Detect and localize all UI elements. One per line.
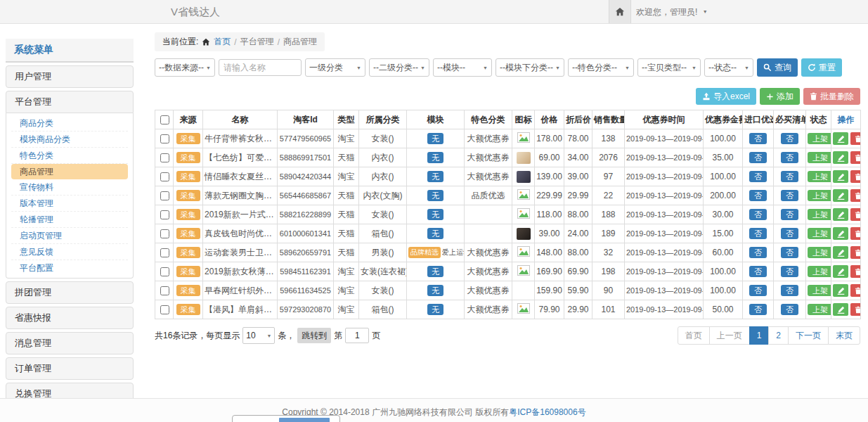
edit-button[interactable] <box>833 265 848 278</box>
status-button[interactable]: 上架 <box>808 266 831 277</box>
sidebar-item[interactable]: 启动页管理 <box>11 228 128 244</box>
feature-select[interactable]: --特色分类--▼ <box>568 58 634 77</box>
sidebar-item[interactable]: 版本管理 <box>11 196 128 212</box>
delete-button[interactable] <box>850 227 861 240</box>
data-source-select[interactable]: --数据来源--▼ <box>155 58 215 77</box>
breadcrumb-home-link[interactable]: 首页 <box>214 36 231 48</box>
sidebar-section-4[interactable]: 省惠快报 <box>6 307 134 329</box>
import-select-toggle[interactable]: 否 <box>749 209 767 220</box>
select-all-checkbox[interactable] <box>160 115 169 124</box>
import-select-toggle[interactable]: 否 <box>749 133 767 144</box>
edit-button[interactable] <box>833 246 848 259</box>
jump-button[interactable]: 跳转到 <box>297 328 331 343</box>
import-select-toggle[interactable]: 否 <box>749 152 767 163</box>
sidebar-section-6[interactable]: 订单管理 <box>6 357 134 380</box>
sidebar-section-1[interactable]: 用户管理 <box>6 65 134 88</box>
page-button-上一页[interactable]: 上一页 <box>709 326 750 345</box>
status-select[interactable]: --状态--▼ <box>704 58 753 77</box>
import-select-toggle[interactable]: 否 <box>749 228 767 239</box>
page-size-select[interactable]: 10 ▼ <box>242 327 275 344</box>
reset-button[interactable]: 重置 <box>801 58 842 77</box>
sidebar-item[interactable]: 模块商品分类 <box>11 132 128 148</box>
query-button[interactable]: 查询 <box>757 58 798 77</box>
home-button[interactable] <box>609 0 631 23</box>
must-buy-toggle[interactable]: 否 <box>781 152 798 163</box>
status-button[interactable]: 上架 <box>808 209 831 220</box>
page-button-首页[interactable]: 首页 <box>678 326 710 345</box>
import-excel-button[interactable]: 导入excel <box>696 88 756 105</box>
must-buy-toggle[interactable]: 否 <box>781 285 798 296</box>
delete-button[interactable] <box>850 151 861 164</box>
sidebar-section-3[interactable]: 拼团管理 <box>6 281 134 304</box>
page-button-下一页[interactable]: 下一页 <box>788 326 829 345</box>
category2-select[interactable]: --二级分类--▼ <box>369 58 429 77</box>
import-select-toggle[interactable]: 否 <box>749 285 767 296</box>
sidebar-section-5[interactable]: 消息管理 <box>6 332 134 354</box>
delete-button[interactable] <box>850 284 861 297</box>
page-button-末页[interactable]: 末页 <box>828 326 860 345</box>
edit-button[interactable] <box>833 284 848 297</box>
row-checkbox[interactable] <box>160 153 169 162</box>
add-button[interactable]: 添加 <box>760 88 800 105</box>
edit-button[interactable] <box>833 303 848 316</box>
must-buy-toggle[interactable]: 否 <box>781 266 798 277</box>
category1-select[interactable]: 一级分类▼ <box>305 58 365 77</box>
name-search-input[interactable] <box>219 59 302 76</box>
delete-button[interactable] <box>850 132 861 145</box>
sidebar-item[interactable]: 轮播管理 <box>11 212 128 228</box>
status-button[interactable]: 上架 <box>808 133 831 144</box>
row-checkbox[interactable] <box>160 172 169 181</box>
delete-button[interactable] <box>850 265 861 278</box>
icp-link[interactable]: 粤ICP备16098006号 <box>509 407 585 417</box>
status-button[interactable]: 上架 <box>808 228 831 239</box>
row-checkbox[interactable] <box>160 267 169 276</box>
delete-button[interactable] <box>850 303 861 316</box>
page-button-2[interactable]: 2 <box>768 326 789 345</box>
sidebar-item[interactable]: 商品管理 <box>11 164 128 179</box>
row-checkbox[interactable] <box>160 191 169 200</box>
row-checkbox[interactable] <box>160 229 169 238</box>
status-button[interactable]: 上架 <box>808 285 831 296</box>
import-select-toggle[interactable]: 否 <box>749 266 767 277</box>
module-sub-select[interactable]: --模块下分类--▼ <box>495 58 564 77</box>
sidebar-item[interactable]: 宣传物料 <box>11 179 128 196</box>
sidebar-section-2[interactable]: 平台管理 <box>6 91 134 113</box>
sidebar-item[interactable]: 平台配置 <box>11 260 128 276</box>
row-checkbox[interactable] <box>160 305 169 314</box>
row-checkbox[interactable] <box>160 286 169 295</box>
module-select[interactable]: --模块--▼ <box>433 58 492 77</box>
must-buy-toggle[interactable]: 否 <box>781 209 798 220</box>
status-button[interactable]: 上架 <box>808 171 831 182</box>
row-checkbox[interactable] <box>160 134 169 143</box>
delete-button[interactable] <box>850 246 861 259</box>
sidebar-item[interactable]: 商品分类 <box>11 115 128 132</box>
must-buy-toggle[interactable]: 否 <box>781 247 798 258</box>
import-select-toggle[interactable]: 否 <box>749 304 767 315</box>
must-buy-toggle[interactable]: 否 <box>781 133 798 144</box>
sidebar-item[interactable]: 意见反馈 <box>11 244 128 260</box>
status-button[interactable]: 上架 <box>808 247 831 258</box>
edit-button[interactable] <box>833 151 848 164</box>
sidebar-item[interactable]: 特色分类 <box>11 148 128 164</box>
edit-button[interactable] <box>833 227 848 240</box>
delete-button[interactable] <box>850 170 861 183</box>
batch-delete-button[interactable]: 批量删除 <box>803 88 860 105</box>
must-buy-toggle[interactable]: 否 <box>781 190 798 201</box>
page-number-input[interactable] <box>345 328 369 343</box>
delete-button[interactable] <box>850 189 861 202</box>
import-select-toggle[interactable]: 否 <box>749 190 767 201</box>
user-menu[interactable]: 欢迎您，管理员! ▼ <box>636 6 708 18</box>
item-type-select[interactable]: --宝贝类型--▼ <box>637 58 701 77</box>
import-select-toggle[interactable]: 否 <box>749 247 767 258</box>
row-checkbox[interactable] <box>160 248 169 257</box>
edit-button[interactable] <box>833 208 848 221</box>
row-checkbox[interactable] <box>160 210 169 219</box>
page-button-1[interactable]: 1 <box>749 326 770 345</box>
edit-button[interactable] <box>833 132 848 145</box>
status-button[interactable]: 上架 <box>808 304 831 315</box>
must-buy-toggle[interactable]: 否 <box>781 228 798 239</box>
must-buy-toggle[interactable]: 否 <box>781 304 798 315</box>
delete-button[interactable] <box>850 208 861 221</box>
status-button[interactable]: 上架 <box>808 152 831 163</box>
must-buy-toggle[interactable]: 否 <box>781 171 798 182</box>
